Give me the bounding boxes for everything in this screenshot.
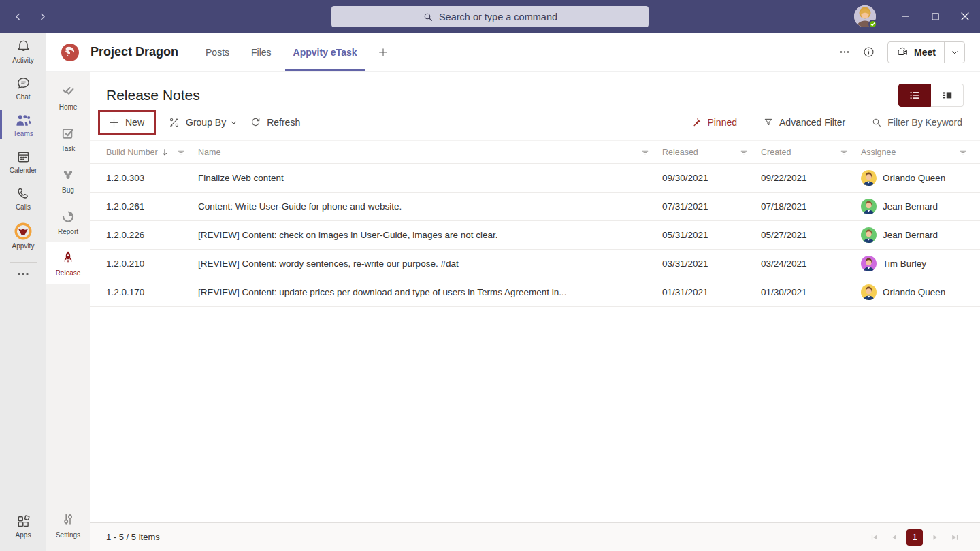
first-page-icon — [870, 533, 879, 542]
pinned-filter-button[interactable]: Pinned — [691, 117, 737, 128]
calendar-icon — [16, 149, 31, 165]
module-item-bug[interactable]: Bug — [46, 159, 90, 201]
sidebar-label: Calender — [10, 167, 37, 174]
meet-dropdown-button[interactable] — [944, 42, 964, 63]
table-row[interactable]: 1.2.0.261 Content: Write User-Guide for … — [90, 193, 980, 221]
bell-icon — [16, 39, 31, 54]
last-page-button[interactable] — [947, 530, 962, 545]
module-item-home[interactable]: Home — [46, 76, 90, 118]
plus-icon — [378, 47, 389, 58]
column-filter-icon[interactable] — [739, 148, 749, 157]
channel-header: Project Dragon Posts Files Appvity eTask… — [46, 33, 980, 72]
tab-appvity-etask[interactable]: Appvity eTask — [285, 33, 365, 71]
view-toggle — [898, 84, 964, 107]
module-item-settings[interactable]: Settings — [46, 504, 90, 546]
sidebar-item-teams[interactable]: Teams — [0, 106, 46, 143]
page-number-button[interactable]: 1 — [906, 529, 923, 546]
released-cell: 01/31/2021 — [662, 287, 761, 297]
table-row[interactable]: 1.2.0.303 Finalize Web content 09/30/202… — [90, 164, 980, 193]
app-rail: Activity Chat Teams Calender Calls Appvi… — [0, 33, 46, 551]
chevron-down-icon — [230, 119, 238, 127]
assignee-avatar — [861, 284, 877, 300]
column-header-name[interactable]: Name — [198, 141, 662, 163]
created-cell: 03/24/2021 — [761, 258, 861, 269]
maximize-icon — [932, 13, 939, 20]
chat-icon — [16, 76, 31, 91]
assignee-cell: Orlando Queen — [861, 284, 980, 300]
table-body: 1.2.0.303 Finalize Web content 09/30/202… — [90, 164, 980, 307]
column-filter-icon[interactable] — [176, 148, 186, 157]
column-header-assignee[interactable]: Assignee — [861, 141, 980, 163]
assignee-avatar — [861, 256, 877, 271]
table-row[interactable]: 1.2.0.226 [REVIEW] Content: check on ima… — [90, 221, 980, 250]
forward-button[interactable] — [33, 7, 52, 26]
released-cell: 03/31/2021 — [662, 258, 761, 269]
module-item-task[interactable]: Task — [46, 118, 90, 159]
module-rail: Home Task Bug Report Release Settings — [46, 72, 90, 551]
next-page-button[interactable] — [928, 530, 943, 545]
created-cell: 01/30/2021 — [761, 287, 861, 297]
toolbar: New Group By Refresh Pinned Advanced — [90, 107, 980, 137]
assignee-name: Jean Bernard — [883, 201, 938, 212]
add-tab-button[interactable] — [371, 33, 395, 71]
table-row[interactable]: 1.2.0.170 [REVIEW] Content: update price… — [90, 278, 980, 307]
avatar-face-icon — [861, 256, 877, 271]
back-button[interactable] — [8, 7, 27, 26]
column-filter-icon[interactable] — [958, 148, 968, 157]
advanced-filter-button[interactable]: Advanced Filter — [763, 117, 845, 128]
group-by-icon — [168, 116, 180, 129]
module-item-release[interactable]: Release — [46, 242, 90, 284]
user-avatar[interactable] — [854, 5, 876, 27]
module-item-report[interactable]: Report — [46, 201, 90, 242]
previous-page-button[interactable] — [887, 530, 902, 545]
pin-icon — [691, 117, 702, 128]
refresh-button[interactable]: Refresh — [250, 117, 300, 129]
phone-icon — [16, 186, 31, 201]
meet-button[interactable]: Meet — [887, 41, 965, 63]
sort-descending-icon[interactable] — [160, 148, 169, 157]
sidebar-item-apps[interactable]: Apps — [0, 507, 46, 544]
plus-icon — [108, 117, 120, 129]
channel-more-button[interactable] — [839, 50, 850, 54]
column-filter-icon[interactable] — [839, 148, 849, 157]
board-view-button[interactable] — [931, 84, 964, 107]
tab-posts[interactable]: Posts — [197, 33, 238, 71]
new-button[interactable]: New — [100, 112, 154, 133]
team-name: Project Dragon — [91, 45, 178, 59]
search-input[interactable]: Search or type a command — [331, 6, 649, 27]
sidebar-item-activity[interactable]: Activity — [0, 33, 46, 69]
column-header-build-number[interactable]: Build Number — [90, 141, 198, 163]
column-header-created[interactable]: Created — [761, 141, 861, 163]
board-view-icon — [941, 88, 954, 102]
column-header-released[interactable]: Released — [662, 141, 761, 163]
filter-by-keyword-button[interactable]: Filter By Keyword — [871, 117, 962, 128]
sidebar-item-appvity[interactable]: Appvity — [0, 216, 46, 255]
tab-files[interactable]: Files — [243, 33, 280, 71]
avatar-face-icon — [861, 227, 877, 243]
page-title: Release Notes — [106, 87, 200, 103]
refresh-icon — [250, 117, 261, 129]
maximize-button[interactable] — [920, 0, 950, 33]
table-row[interactable]: 1.2.0.210 [REVIEW] Content: wordy senten… — [90, 250, 980, 278]
chevron-down-icon — [951, 48, 959, 56]
first-page-button[interactable] — [867, 530, 882, 545]
column-filter-icon[interactable] — [640, 148, 650, 157]
channel-info-button[interactable] — [862, 46, 875, 59]
minimize-button[interactable] — [890, 0, 920, 33]
group-by-button[interactable]: Group By — [168, 116, 238, 129]
sidebar-label: Chat — [16, 93, 30, 101]
released-cell: 09/30/2021 — [662, 173, 761, 183]
assignee-name: Orlando Queen — [883, 287, 945, 297]
rail-divider — [10, 262, 37, 263]
more-apps-button[interactable] — [17, 267, 29, 282]
list-view-button[interactable] — [898, 84, 931, 107]
assignee-name: Tim Burley — [883, 258, 926, 269]
sidebar-item-chat[interactable]: Chat — [0, 69, 46, 106]
close-button[interactable] — [950, 0, 980, 33]
assignee-cell: Jean Bernard — [861, 227, 980, 243]
sidebar-item-calls[interactable]: Calls — [0, 180, 46, 216]
pagination: 1 — [867, 529, 980, 546]
created-cell: 07/18/2021 — [761, 201, 861, 212]
presence-available-icon — [868, 20, 877, 29]
sidebar-item-calendar[interactable]: Calender — [0, 143, 46, 180]
